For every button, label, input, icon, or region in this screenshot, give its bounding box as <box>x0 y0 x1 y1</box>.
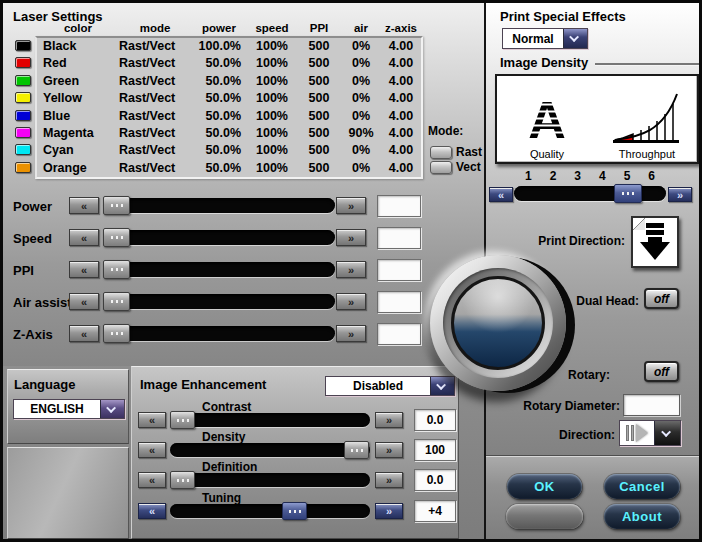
contrast-increment-button[interactable]: » <box>375 412 403 428</box>
swatch-green[interactable] <box>15 75 31 86</box>
power-decrement-button[interactable]: « <box>69 197 99 214</box>
swatch-orange[interactable] <box>15 162 31 173</box>
ppi-slider-label: PPI <box>13 263 34 278</box>
ppi-increment-button[interactable]: » <box>336 261 366 278</box>
z-axis-increment-button[interactable]: » <box>336 325 366 342</box>
table-row[interactable]: GreenRast/Vect50.0%100%5000%4.00 <box>37 73 421 90</box>
z-axis-decrement-button[interactable]: « <box>69 325 99 342</box>
col-header-power: power <box>191 22 247 34</box>
air-assist-slider-handle[interactable] <box>103 292 130 311</box>
definition-value-field[interactable]: 0.0 <box>414 469 456 491</box>
definition-decrement-button[interactable]: « <box>138 472 166 488</box>
contrast-decrement-button[interactable]: « <box>138 412 166 428</box>
density-increment-button[interactable]: » <box>375 442 403 458</box>
power-increment-button[interactable]: » <box>336 197 366 214</box>
ok-button[interactable]: OK <box>507 474 582 499</box>
rotary-diameter-input[interactable] <box>623 394 680 416</box>
print-direction-button[interactable] <box>631 216 679 268</box>
language-title: Language <box>14 377 75 392</box>
contrast-slider-handle[interactable] <box>170 411 195 429</box>
ppi-decrement-button[interactable]: « <box>69 261 99 278</box>
density-slider-handle[interactable] <box>344 441 369 459</box>
dropdown-button[interactable] <box>430 377 454 395</box>
tuning-value-field[interactable]: +4 <box>414 500 456 522</box>
grip-dots-icon <box>288 510 302 513</box>
table-row[interactable]: BlueRast/Vect50.0%100%5000%4.00 <box>37 108 421 125</box>
swatch-magenta[interactable] <box>15 127 31 138</box>
definition-slider-handle[interactable] <box>170 471 195 489</box>
empty-panel <box>7 447 129 539</box>
speed-increment-button[interactable]: » <box>336 229 366 246</box>
power-slider-handle[interactable] <box>103 196 130 215</box>
scale-tick-3: 3 <box>574 169 581 183</box>
vect-mode-button[interactable] <box>430 161 452 174</box>
swatch-red[interactable] <box>15 57 31 68</box>
density-slider-handle[interactable] <box>614 184 642 203</box>
tuning-decrement-button[interactable]: « <box>138 503 166 519</box>
table-row[interactable]: BlackRast/Vect100.0%100%5000%4.00 <box>37 38 421 55</box>
table-row[interactable]: RedRast/Vect50.0%100%5000%4.00 <box>37 55 421 72</box>
density-value-field[interactable]: 100 <box>414 439 456 461</box>
ppi-value-field[interactable] <box>377 259 421 281</box>
color-swatch-column <box>15 40 31 173</box>
swatch-blue[interactable] <box>15 110 31 121</box>
ppi-slider-handle[interactable] <box>103 260 130 279</box>
contrast-slider-track[interactable] <box>170 413 370 427</box>
contrast-value-field[interactable]: 0.0 <box>414 409 456 431</box>
chevron-down-icon <box>106 403 116 413</box>
rast-mode-button[interactable] <box>430 146 452 159</box>
power-slider-label: Power <box>13 199 52 214</box>
tuning-increment-button[interactable]: » <box>375 503 403 519</box>
swatch-black[interactable] <box>15 40 31 51</box>
dual-head-toggle-button[interactable]: off <box>644 288 679 309</box>
density-decrement-button[interactable]: « <box>489 187 513 202</box>
print-special-effects-dropdown[interactable]: Normal <box>502 28 588 49</box>
right-arrow-icon: » <box>348 200 354 212</box>
z-axis-slider-track[interactable] <box>103 326 335 341</box>
about-button[interactable]: About <box>604 504 680 529</box>
language-value: ENGLISH <box>14 400 100 418</box>
definition-increment-button[interactable]: » <box>375 472 403 488</box>
density-increment-button[interactable]: » <box>668 187 692 202</box>
air-assist-decrement-button[interactable]: « <box>69 293 99 310</box>
left-arrow-icon: « <box>81 328 87 340</box>
quality-icon: A <box>521 92 573 148</box>
contrast-label: Contrast <box>202 400 251 414</box>
speed-slider-track[interactable] <box>103 230 335 245</box>
tuning-slider-handle[interactable] <box>282 502 307 520</box>
power-value-field[interactable] <box>377 195 421 217</box>
air-assist-value-field[interactable] <box>377 291 421 313</box>
speed-value-field[interactable] <box>377 227 421 249</box>
cancel-button[interactable]: Cancel <box>604 474 680 499</box>
table-row[interactable]: CyanRast/Vect50.0%100%5000%4.00 <box>37 142 421 159</box>
power-slider-track[interactable] <box>103 198 335 213</box>
image-enhancement-dropdown[interactable]: Disabled <box>325 376 455 396</box>
throughput-option: Throughput <box>597 76 697 162</box>
direction-dropdown[interactable] <box>619 420 681 446</box>
dropdown-button[interactable] <box>654 421 680 445</box>
z-axis-slider-handle[interactable] <box>103 324 130 343</box>
density-decrement-button[interactable]: « <box>138 442 166 458</box>
language-dropdown[interactable]: ENGLISH <box>13 399 125 419</box>
definition-slider-track[interactable] <box>170 473 370 487</box>
swatch-cyan[interactable] <box>15 144 31 155</box>
table-row[interactable]: YellowRast/Vect50.0%100%5000%4.00 <box>37 90 421 107</box>
density-slider-track[interactable] <box>514 186 666 201</box>
rotary-toggle-button[interactable]: off <box>644 361 679 382</box>
z-axis-value-field[interactable] <box>377 323 421 345</box>
dropdown-button[interactable] <box>563 29 587 48</box>
blank-button[interactable] <box>506 504 583 529</box>
speed-decrement-button[interactable]: « <box>69 229 99 246</box>
density-slider-track[interactable] <box>170 443 370 457</box>
ppi-slider-track[interactable] <box>103 262 335 277</box>
scale-tick-1: 1 <box>525 169 532 183</box>
table-row[interactable]: OrangeRast/Vect50.0%100%5000%4.00 <box>37 160 421 177</box>
mode-label: Mode: <box>428 124 463 138</box>
tuning-slider-track[interactable] <box>170 504 370 518</box>
dropdown-button[interactable] <box>100 400 124 418</box>
table-row[interactable]: MagentaRast/Vect50.0%100%50090%4.00 <box>37 125 421 142</box>
air-assist-increment-button[interactable]: » <box>336 293 366 310</box>
speed-slider-handle[interactable] <box>103 228 130 247</box>
air-assist-slider-track[interactable] <box>103 294 335 309</box>
swatch-yellow[interactable] <box>15 92 31 103</box>
